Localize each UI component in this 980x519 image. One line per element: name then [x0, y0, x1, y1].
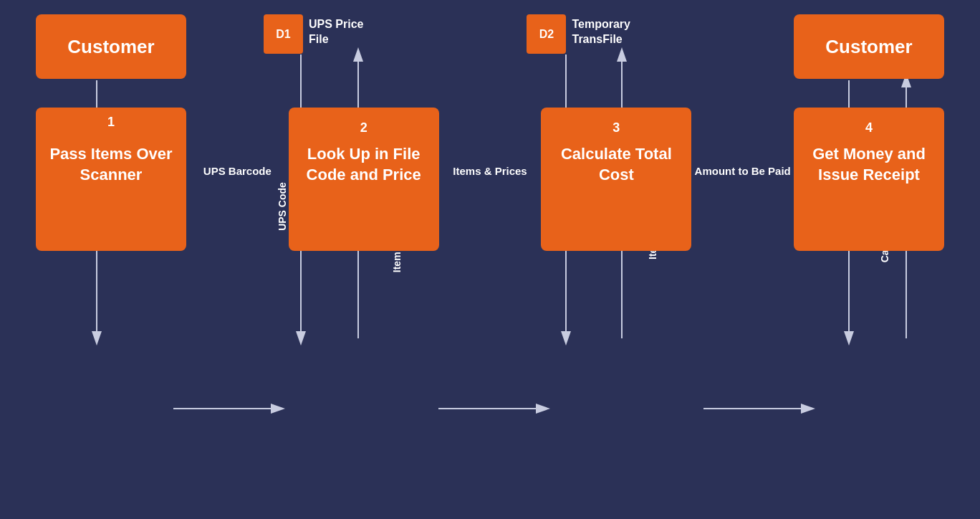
d2-box: D2 — [527, 14, 566, 54]
process-4-box: 4 Get Money andIssue Receipt — [794, 108, 944, 251]
d1-store-label: UPS PriceFile — [309, 14, 363, 47]
customer-right-box: Customer — [794, 14, 944, 79]
process-2-number: 2 — [360, 120, 368, 135]
process-2-box: 2 Look Up in FileCode and Price — [289, 108, 439, 251]
process-3-box: 3 Calculate TotalCost — [541, 108, 691, 251]
bottom-row: 1 Pass Items OverScanner UPS Barcode 2 L… — [0, 100, 980, 519]
customer-right-label: Customer — [825, 36, 912, 58]
d1-box: D1 — [264, 14, 303, 54]
d2-store-label: TemporaryTransFile — [572, 14, 630, 47]
d2-label: D2 — [539, 28, 554, 41]
top-row: Customer D1 UPS PriceFile D2 TemporaryTr… — [0, 0, 980, 100]
process-4-label: Get Money andIssue Receipt — [812, 144, 926, 185]
ups-barcode-label: UPS Barcode — [203, 165, 272, 177]
process-2-label: Look Up in FileCode and Price — [307, 144, 421, 185]
diagram-container: Customer D1 UPS PriceFile D2 TemporaryTr… — [0, 0, 980, 519]
amount-paid-label: Amount to Be Paid — [695, 165, 791, 177]
customer-left-box: Customer — [36, 14, 186, 79]
items-prices-horiz-label: Items & Prices — [453, 165, 527, 177]
process-4-number: 4 — [865, 120, 873, 135]
process-1-label: Pass Items OverScanner — [49, 144, 172, 185]
process-1-number: 1 — [107, 115, 115, 130]
d1-label: D1 — [276, 28, 290, 41]
process-3-label: Calculate TotalCost — [561, 144, 672, 185]
process-3-number: 3 — [612, 120, 620, 135]
process-1-box: 1 Pass Items OverScanner — [36, 108, 186, 251]
customer-left-label: Customer — [67, 36, 154, 58]
